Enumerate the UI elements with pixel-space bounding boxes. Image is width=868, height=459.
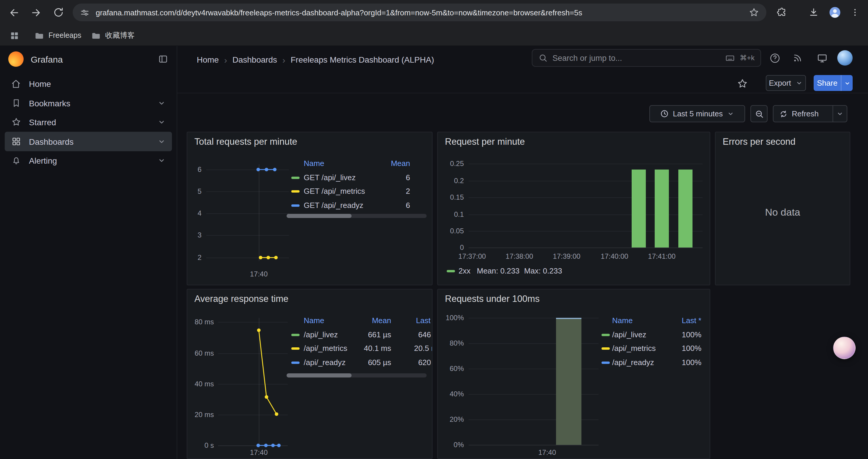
bookmark-label: 收藏博客	[105, 30, 135, 40]
legend-series-name[interactable]: /api/_readyz	[304, 358, 346, 367]
series-color-swatch	[291, 347, 300, 350]
legend-header-name[interactable]: Name	[304, 159, 324, 168]
y-tick: 60%	[438, 364, 464, 373]
chevron-down-icon	[795, 79, 803, 87]
legend-series-name[interactable]: /api/_livez	[612, 330, 646, 339]
legend-header-mean[interactable]: Mean	[375, 159, 410, 168]
bar-2xx[interactable]	[632, 169, 646, 248]
scrollbar-thumb[interactable]	[286, 214, 351, 218]
apps-grid-button[interactable]	[5, 28, 24, 43]
panel-title[interactable]: Requests under 100ms	[445, 294, 540, 304]
refresh-button[interactable]: Refresh	[773, 105, 847, 122]
legend-series-name[interactable]: /api/_metrics	[304, 344, 347, 353]
legend-series-last: 100%	[666, 330, 701, 339]
refresh-interval-caret[interactable]	[833, 106, 847, 122]
refresh-icon	[779, 109, 788, 118]
series-color-swatch	[601, 334, 610, 336]
bookmarks-bar: Freeleaps 收藏博客	[0, 25, 868, 46]
legend-series-value: 2	[375, 187, 410, 196]
user-avatar[interactable]	[837, 50, 852, 66]
browser-menu-button[interactable]	[846, 4, 864, 21]
share-dropdown-caret[interactable]	[841, 75, 852, 91]
breadcrumb-home[interactable]: Home	[197, 55, 219, 64]
chevron-down-icon	[727, 110, 735, 118]
zoom-out-button[interactable]	[750, 105, 768, 122]
panel-title[interactable]: Errors per second	[723, 136, 795, 147]
bookmark-folder-blogs[interactable]: 收藏博客	[86, 28, 140, 43]
breadcrumb-current-page: Freeleaps Metrics Dashboard (ALPHA)	[291, 55, 434, 64]
legend-header-name[interactable]: Name	[612, 316, 632, 325]
search-input[interactable]	[553, 54, 720, 62]
legend-header-last[interactable]: Last *	[416, 316, 433, 325]
legend-mean: Mean: 0.233	[477, 266, 520, 275]
sidebar-item-label: Bookmarks	[29, 98, 70, 108]
bookmark-star-icon[interactable]	[749, 7, 759, 18]
url-input[interactable]: grafana.mathmast.com/d/deytv4rwavabkb/fr…	[96, 8, 743, 17]
y-tick: 80%	[438, 339, 464, 347]
sidebar-item-home[interactable]: Home	[5, 74, 172, 93]
legend-series-name[interactable]: GET /api/_metrics	[304, 187, 365, 196]
kiosk-mode-button[interactable]	[815, 51, 829, 65]
bar-2xx[interactable]	[655, 169, 669, 248]
favorite-dashboard-button[interactable]	[735, 76, 750, 91]
bar-2xx[interactable]	[678, 169, 692, 248]
breadcrumb-dashboards[interactable]: Dashboards	[232, 55, 277, 64]
forward-button[interactable]	[27, 4, 45, 21]
legend-series-name[interactable]: GET /api/_livez	[304, 173, 356, 182]
sidebar-item-bookmarks[interactable]: Bookmarks	[5, 93, 172, 113]
dock-menu-icon[interactable]	[158, 54, 168, 64]
extensions-button[interactable]	[773, 4, 790, 21]
legend-scrollbar[interactable]	[286, 214, 427, 218]
sidebar-header: Grafana	[0, 46, 177, 72]
legend-series-name[interactable]: 2xx	[459, 266, 470, 275]
legend-series-name[interactable]: /api/_metrics	[612, 344, 656, 353]
reload-button[interactable]	[50, 4, 67, 21]
help-button[interactable]	[768, 51, 782, 65]
series-color-swatch	[291, 362, 300, 364]
site-settings-icon[interactable]	[80, 7, 90, 18]
panel-title[interactable]: Request per minute	[445, 136, 525, 147]
legend-header-name[interactable]: Name	[304, 316, 324, 325]
time-range-picker[interactable]: Last 5 minutes	[649, 105, 745, 122]
bookmark-label: Freeleaps	[49, 31, 81, 40]
search-bar[interactable]: ⌘+k	[532, 49, 761, 67]
browser-profile-button[interactable]	[826, 4, 844, 21]
gridline	[469, 164, 703, 164]
forward-icon	[30, 7, 42, 18]
panel-avg-response-time: Average response time 80 ms 60 ms 40 ms …	[187, 289, 433, 459]
chevron-down-icon[interactable]	[157, 156, 166, 165]
series-color-swatch	[601, 362, 610, 364]
legend-series-last: 100%	[666, 344, 701, 353]
sidebar-item-starred[interactable]: Starred	[5, 112, 172, 132]
downloads-button[interactable]	[805, 4, 823, 21]
legend-series-name[interactable]: GET /api/_readyz	[304, 201, 363, 210]
legend-series-name[interactable]: /api/_livez	[304, 330, 338, 339]
chevron-down-icon[interactable]	[157, 99, 166, 107]
news-button[interactable]	[790, 51, 805, 65]
bookmark-folder-freeleaps[interactable]: Freeleaps	[30, 28, 86, 43]
legend-header-last[interactable]: Last *	[666, 316, 701, 325]
back-button[interactable]	[5, 4, 23, 21]
address-bar[interactable]: grafana.mathmast.com/d/deytv4rwavabkb/fr…	[73, 4, 766, 21]
chevron-down-icon[interactable]	[157, 118, 166, 126]
scrollbar-thumb[interactable]	[286, 373, 351, 378]
y-tick: 0.15	[438, 193, 464, 201]
legend-max: Max: 0.233	[524, 266, 562, 275]
chevron-down-icon[interactable]	[157, 137, 166, 146]
bar-100-percent[interactable]	[556, 318, 582, 445]
share-button[interactable]: Share	[814, 75, 852, 91]
legend-scrollbar[interactable]	[286, 373, 427, 378]
keyboard-icon	[725, 53, 735, 63]
gridline	[469, 248, 703, 248]
clock-icon	[660, 109, 669, 118]
legend-series-last: 20.5 ms	[400, 344, 433, 353]
sidebar-item-alerting[interactable]: Alerting	[5, 151, 172, 170]
export-button[interactable]: Export	[766, 75, 806, 91]
legend-series-name[interactable]: /api/_readyz	[612, 358, 654, 367]
floating-avatar[interactable]	[833, 337, 856, 359]
sidebar-item-dashboards[interactable]: Dashboards	[5, 132, 172, 151]
profile-avatar-icon	[829, 6, 841, 19]
legend-header-mean[interactable]: Mean	[356, 316, 391, 325]
grafana-logo[interactable]	[8, 52, 24, 67]
y-tick: 40%	[438, 390, 464, 398]
